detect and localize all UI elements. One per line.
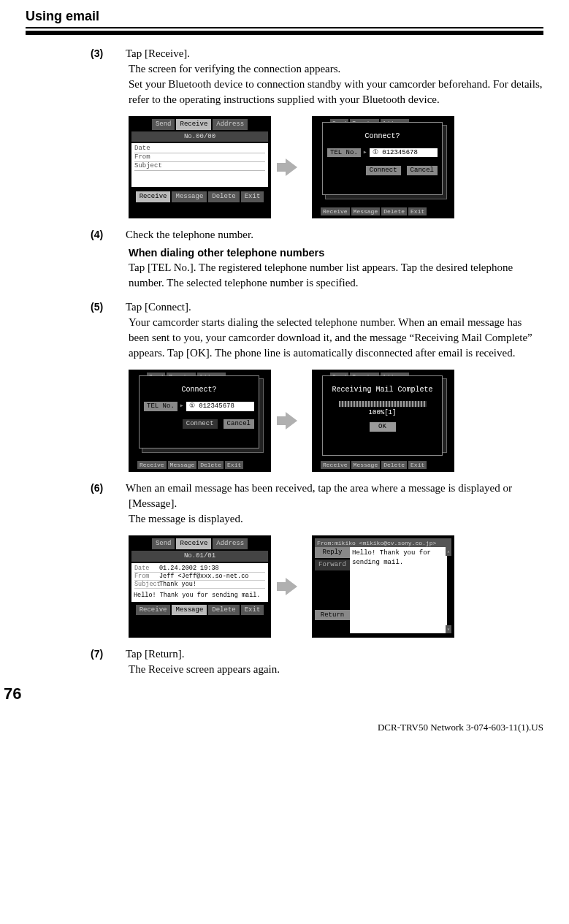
receive-button[interactable]: Receive xyxy=(136,605,171,616)
tel-no-button[interactable]: TEL No. xyxy=(144,402,177,411)
step-text: Check the telephone number. xyxy=(126,229,253,240)
delete-button[interactable]: Delete xyxy=(208,605,239,616)
step-number: (7) xyxy=(110,647,126,662)
content-area: (3)Tap [Receive]. The screen for verifyi… xyxy=(110,46,543,677)
step-number: (3) xyxy=(110,47,126,61)
message-button[interactable]: Message xyxy=(172,605,207,616)
step-text: Tap [Receive]. xyxy=(126,47,190,59)
chevron-right-icon: ▸ xyxy=(180,401,184,411)
value-subject: Thank you! xyxy=(159,581,196,588)
message-button: Message xyxy=(168,461,197,469)
value-from: Jeff <Jeff@xxx.so-net.co xyxy=(159,573,248,580)
screenshot-row: Send Receive Address Receive Message Del… xyxy=(129,370,543,472)
rule-thick xyxy=(26,31,543,35)
exit-button[interactable]: Exit xyxy=(241,605,264,616)
footer-text: DCR-TRV50 Network 3-074-603-11(1).US xyxy=(26,721,543,734)
step-text: Tap [TEL No.]. The registered telephone … xyxy=(129,260,543,291)
connect-button[interactable]: Connect xyxy=(366,166,401,175)
tab-receive[interactable]: Receive xyxy=(176,538,211,549)
step-text: The Receive screen appears again. xyxy=(129,662,543,677)
message-button[interactable]: Message xyxy=(172,191,207,202)
delete-button: Delete xyxy=(381,461,407,469)
receive-button[interactable]: Receive xyxy=(136,191,171,202)
progress-title: Receiving Mail Complete xyxy=(327,385,438,395)
delete-button: Delete xyxy=(381,207,407,215)
receive-button: Receive xyxy=(321,207,350,215)
chevron-right-icon: ▸ xyxy=(363,148,367,158)
screen-message-reader: From:mikiko <mikiko@cv.sony.co.jp> Reply… xyxy=(312,535,454,638)
scroll-up-icon[interactable]: ▴ xyxy=(446,547,451,555)
return-button[interactable]: Return xyxy=(315,610,350,621)
screen-inbox-filled: Send Receive Address No.01/01 Date01.24.… xyxy=(129,535,271,638)
list-header-subject: Subject xyxy=(134,162,265,171)
reply-button[interactable]: Reply xyxy=(315,547,350,558)
exit-button: Exit xyxy=(408,461,427,469)
progress-percent: 100%[1] xyxy=(327,408,438,418)
step-subheading: When dialing other telephone numbers xyxy=(129,245,543,260)
step-text: Tap [Connect]. xyxy=(126,301,191,313)
message-list[interactable]: Date From Subject xyxy=(131,143,268,187)
step-6: (6)When an email message has been receiv… xyxy=(110,481,543,638)
screen-receive-list: Send Receive Address No.00/00 Date From … xyxy=(129,116,271,218)
counter-label: No.01/01 xyxy=(131,551,268,562)
tel-no-button[interactable]: TEL No. xyxy=(327,148,361,158)
page-title: Using email xyxy=(26,7,543,26)
page-number: 76 xyxy=(4,683,21,706)
progress-bar xyxy=(339,401,427,407)
delete-button: Delete xyxy=(198,461,224,469)
dialog-title: Connect? xyxy=(327,131,438,142)
tab-address[interactable]: Address xyxy=(213,538,248,549)
message-button: Message xyxy=(351,461,381,469)
delete-button[interactable]: Delete xyxy=(208,191,239,202)
message-preview[interactable]: Hello! Thank you for sending mail. xyxy=(131,590,268,602)
tab-send[interactable]: Send xyxy=(152,538,175,549)
step-5: (5)Tap [Connect]. Your camcorder starts … xyxy=(110,299,543,472)
screen-connect-dialog: Send Receive Address Receive Message Del… xyxy=(129,370,271,472)
label-subject: Subject xyxy=(134,581,159,588)
step-text: The message is displayed. xyxy=(129,511,543,527)
step-number: (5) xyxy=(110,300,126,315)
tab-send[interactable]: Send xyxy=(152,119,175,130)
step-text: When an email message has been received,… xyxy=(126,482,512,509)
screen-receive-complete: Send Receive Address Receive Message Del… xyxy=(312,370,454,472)
dialog-title: Connect? xyxy=(144,385,254,395)
counter-label: No.00/00 xyxy=(131,131,268,142)
arrow-right-icon xyxy=(286,412,297,429)
screen-connect-dialog: Send Receive Address Receive Message Del… xyxy=(312,116,454,218)
screenshot-row: Send Receive Address No.01/01 Date01.24.… xyxy=(129,535,543,638)
connect-button[interactable]: Connect xyxy=(183,419,218,429)
exit-button: Exit xyxy=(408,207,427,215)
connect-dialog: Connect? TEL No. ▸ ① 012345678 Connect C… xyxy=(139,375,259,448)
forward-button[interactable]: Forward xyxy=(315,560,350,570)
step-text: Set your Bluetooth device to connection … xyxy=(129,77,543,107)
tel-number-field: ① 012345678 xyxy=(186,402,254,411)
progress-dialog: Receiving Mail Complete 100%[1] OK xyxy=(322,375,443,456)
ok-button[interactable]: OK xyxy=(370,422,396,432)
rule-thin xyxy=(26,27,543,28)
receive-button: Receive xyxy=(321,461,350,469)
step-number: (6) xyxy=(110,481,126,496)
message-list[interactable]: Date01.24.2002 19:38 FromJeff <Jeff@xxx.… xyxy=(131,563,268,590)
message-button: Message xyxy=(351,207,381,215)
step-text: Tap [Return]. xyxy=(126,648,185,660)
cancel-button[interactable]: Cancel xyxy=(224,419,254,429)
step-3: (3)Tap [Receive]. The screen for verifyi… xyxy=(110,46,543,218)
label-from: From xyxy=(134,573,159,580)
list-header-date: Date xyxy=(134,145,265,153)
exit-button[interactable]: Exit xyxy=(241,191,264,202)
scroll-down-icon[interactable]: ▾ xyxy=(446,625,451,633)
list-header-from: From xyxy=(134,153,265,162)
arrow-right-icon xyxy=(286,578,297,595)
step-text: The screen for verifying the connection … xyxy=(129,61,543,77)
step-7: (7)Tap [Return]. The Receive screen appe… xyxy=(110,646,543,677)
tab-address[interactable]: Address xyxy=(213,119,248,130)
tel-number-field: ① 012345678 xyxy=(370,148,438,158)
arrow-right-icon xyxy=(286,159,297,176)
tab-receive[interactable]: Receive xyxy=(176,119,211,130)
value-date: 01.24.2002 19:38 xyxy=(159,565,219,572)
connect-dialog: Connect? TEL No. ▸ ① 012345678 Connect C… xyxy=(322,122,443,195)
cancel-button[interactable]: Cancel xyxy=(407,166,438,175)
exit-button: Exit xyxy=(225,461,243,469)
step-text: Your camcorder starts dialing the select… xyxy=(129,315,543,361)
step-4: (4)Check the telephone number. When dial… xyxy=(110,227,543,291)
